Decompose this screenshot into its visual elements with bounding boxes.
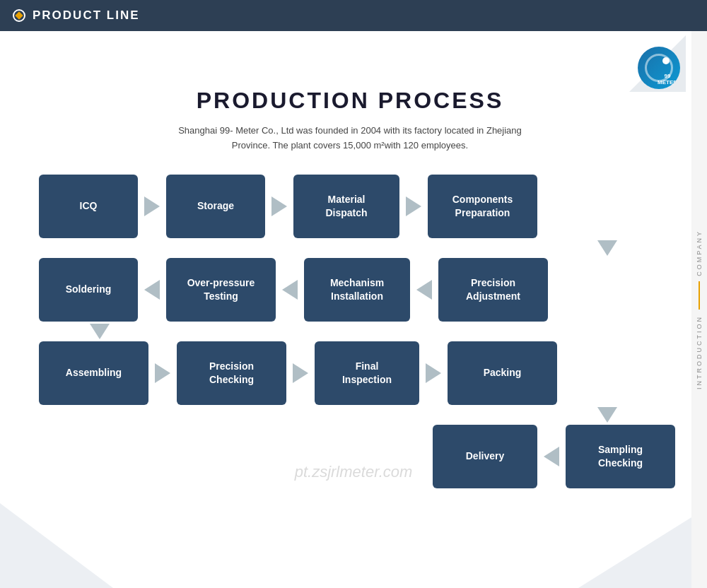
- header-diamond: [15, 11, 23, 19]
- step-sampling-checking: Sampling Checking: [566, 425, 675, 488]
- arrow-precision-final: [289, 363, 312, 383]
- step-soldering: Soldering: [39, 258, 138, 322]
- step-components-preparation: Components Preparation: [428, 175, 537, 238]
- bottom-right-deco: [578, 517, 691, 588]
- step-packing: Packing: [448, 341, 557, 405]
- flow-row-2: Soldering Over-pressure Testing Mechanis…: [39, 258, 675, 322]
- step-delivery: Delivery: [433, 425, 537, 488]
- step-icq: ICQ: [39, 175, 138, 238]
- step-assembling: Assembling: [39, 341, 148, 405]
- header-bar: PRODUCT LINE: [0, 0, 707, 31]
- header-icon: [13, 9, 25, 22]
- step-final-inspection: Final Inspection: [315, 341, 419, 405]
- arrow-mechanism-overpressure: [279, 280, 301, 300]
- step-precision-adjustment: Precision Adjustment: [438, 258, 548, 322]
- arrow-final-packing: [422, 363, 445, 383]
- step-material-dispatch: Material Dispatch: [293, 175, 399, 238]
- arrow-precision-adj-mechanism: [413, 280, 436, 300]
- arrow-down-soldering: [32, 324, 668, 339]
- step-overpressure-testing: Over-pressure Testing: [166, 258, 276, 322]
- flow-row-3: Assembling Precision Checking Final Insp…: [39, 341, 675, 405]
- subtitle-line2: Province. The plant covers 15,000 m²with…: [232, 140, 468, 151]
- arrow-down-packing: [32, 407, 668, 423]
- main-content: PRODUCTION PROCESS Shanghai 99- Meter Co…: [0, 31, 707, 502]
- bottom-left-deco: [0, 503, 113, 588]
- step-precision-checking: Precision Checking: [177, 341, 286, 405]
- arrow-overpressure-soldering: [141, 280, 163, 300]
- arrow-icq-storage: [141, 196, 163, 216]
- flow-diagram: ICQ Storage Material Dispatch Components…: [32, 175, 668, 488]
- flow-row-1: ICQ Storage Material Dispatch Components…: [39, 175, 675, 238]
- step-storage: Storage: [166, 175, 265, 238]
- arrow-assembling-precision: [151, 363, 174, 383]
- header-title: PRODUCT LINE: [33, 8, 140, 23]
- page-subtitle: Shanghai 99- Meter Co., Ltd was founded …: [21, 124, 679, 153]
- arrow-material-components: [402, 196, 425, 216]
- step-mechanism-installation: Mechanism Installation: [304, 258, 410, 322]
- arrow-down-components: [32, 240, 668, 256]
- page-title: PRODUCTION PROCESS: [21, 88, 679, 114]
- arrow-sampling-delivery: [540, 447, 563, 466]
- watermark: pt.zsjrlmeter.com: [295, 463, 413, 481]
- subtitle-line1: Shanghai 99- Meter Co., Ltd was founded …: [178, 125, 522, 136]
- arrow-storage-material: [268, 196, 291, 216]
